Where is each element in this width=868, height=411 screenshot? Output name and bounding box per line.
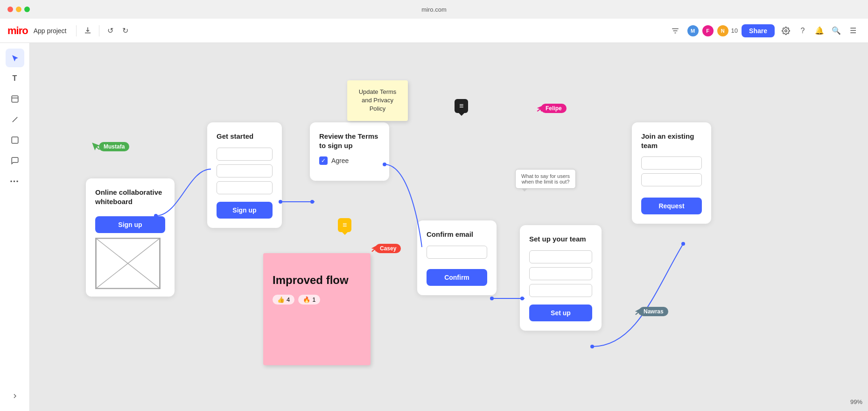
tool-select[interactable] <box>6 49 24 67</box>
sticky-update-terms[interactable]: Update Terms and Privacy Policy <box>347 80 408 121</box>
help-icon[interactable]: ? <box>795 23 810 38</box>
join-team-input-2[interactable] <box>641 173 702 186</box>
cursor-mustafa: Mustafa <box>93 141 101 152</box>
minimize-button[interactable] <box>16 7 21 12</box>
svg-line-16 <box>96 239 160 289</box>
svg-point-0 <box>785 29 787 32</box>
card-online-board-title: Online collaborative whiteboard <box>95 188 165 206</box>
notification-icon[interactable]: 🔔 <box>812 23 827 38</box>
svg-point-11 <box>490 297 494 300</box>
checkbox-agree-row: ✓ Agree <box>319 156 380 165</box>
svg-point-8 <box>310 200 314 204</box>
card-review-terms: Review the Terms to sign up ✓ Agree <box>310 122 389 181</box>
tool-sticky[interactable] <box>6 90 24 108</box>
get-started-input-1[interactable] <box>217 148 273 161</box>
get-started-input-2[interactable] <box>217 164 273 177</box>
window-controls <box>7 7 30 12</box>
redo-button[interactable]: ↻ <box>118 23 133 38</box>
reaction-1[interactable]: 👍 4 <box>273 295 294 305</box>
reaction-2-emoji: 🔥 <box>303 296 310 303</box>
svg-rect-1 <box>12 96 18 102</box>
collaborators: M F N 10 <box>686 24 738 37</box>
reaction-2[interactable]: 🔥 1 <box>298 295 320 305</box>
share-button[interactable]: Share <box>742 24 775 37</box>
tool-connector[interactable] <box>6 110 24 129</box>
setup-team-input-3[interactable] <box>529 284 592 297</box>
request-btn[interactable]: Request <box>641 198 702 214</box>
card-confirm-email-title: Confirm email <box>427 230 487 239</box>
avatar-1: M <box>686 24 700 37</box>
cursor-nawras-label: Nawras <box>639 307 668 316</box>
tool-shape[interactable] <box>6 131 24 149</box>
setup-btn[interactable]: Set up <box>529 305 592 321</box>
speech-bubble-dark: ≡ <box>455 99 468 113</box>
checkbox-agree[interactable]: ✓ <box>319 156 328 165</box>
card-review-terms-title: Review the Terms to sign up <box>319 132 380 150</box>
svg-rect-15 <box>96 239 160 289</box>
svg-line-17 <box>96 239 160 289</box>
join-team-input-1[interactable] <box>641 156 702 170</box>
nav-divider-1 <box>76 25 77 36</box>
reaction-2-count: 1 <box>312 296 315 303</box>
setup-team-input-1[interactable] <box>529 250 592 263</box>
card-online-board: Online collaborative whiteboard Sign up <box>86 178 175 297</box>
card-get-started: Get started Sign up <box>207 122 282 228</box>
card-join-team-title: Join an existing team <box>641 132 702 150</box>
setup-team-input-2[interactable] <box>529 267 592 280</box>
card-get-started-title: Get started <box>217 132 273 141</box>
zoom-indicator: 99% <box>850 398 862 405</box>
title-bar: miro.com <box>0 0 868 19</box>
close-button[interactable] <box>7 7 13 12</box>
card-online-board-image <box>95 238 161 289</box>
card-confirm-email: Confirm email Confirm <box>417 220 497 295</box>
cursor-mustafa-label: Mustafa <box>99 142 129 151</box>
svg-point-13 <box>590 345 594 348</box>
cursor-felipe: Felipe <box>536 104 543 114</box>
nav-right: M F N 10 Share ? 🔔 🔍 ☰ <box>668 23 861 38</box>
get-started-signup-btn[interactable]: Sign up <box>217 202 273 219</box>
nav-right-icons: ? 🔔 🔍 ☰ <box>778 23 861 38</box>
sticky-improved-flow-text: Improved flow <box>273 274 361 287</box>
filter-button[interactable] <box>668 23 683 38</box>
maximize-button[interactable] <box>24 7 30 12</box>
svg-point-14 <box>681 242 685 246</box>
search-icon[interactable]: 🔍 <box>829 23 844 38</box>
card-setup-team-title: Set up your team <box>529 234 592 244</box>
reaction-row: 👍 4 🔥 1 <box>273 295 361 305</box>
comment-box-limit-text: What to say for users when the limit is … <box>521 173 570 184</box>
speech-bubble-yellow: ≡ <box>338 218 351 232</box>
cursor-nawras: Nawras <box>634 307 641 317</box>
settings-icon[interactable] <box>778 23 793 38</box>
top-nav: miro App project ↺ ↻ M F N 10 Share ? 🔔 … <box>0 19 868 43</box>
comment-box-limit: What to say for users when the limit is … <box>515 169 576 189</box>
get-started-input-3[interactable] <box>217 181 273 194</box>
undo-button[interactable]: ↺ <box>103 23 118 38</box>
reaction-1-emoji: 👍 <box>277 296 285 303</box>
sticky-update-terms-text: Update Terms and Privacy Policy <box>359 88 397 112</box>
nav-divider-2 <box>99 25 99 36</box>
card-setup-team: Set up your team Set up <box>520 225 602 331</box>
tool-more[interactable]: ••• <box>6 172 24 191</box>
window-title: miro.com <box>421 6 446 13</box>
sidebar-toggle-icon[interactable]: ☰ <box>846 23 861 38</box>
sticky-improved-flow[interactable]: Improved flow 👍 4 🔥 1 <box>263 253 371 365</box>
avatar-3: N <box>716 24 729 37</box>
confirm-btn[interactable]: Confirm <box>427 269 487 286</box>
sidebar-expand-button[interactable] <box>6 387 24 405</box>
export-button[interactable] <box>80 23 95 38</box>
avatar-2: F <box>701 24 714 37</box>
svg-line-3 <box>12 117 17 122</box>
left-sidebar: T ••• <box>0 43 30 411</box>
cursor-casey: Casey <box>371 244 377 254</box>
svg-rect-4 <box>12 137 18 143</box>
checkbox-agree-label: Agree <box>331 157 349 164</box>
cursor-casey-label: Casey <box>375 244 401 253</box>
canvas: Online collaborative whiteboard Sign up … <box>30 43 868 411</box>
tool-text[interactable]: T <box>6 69 24 88</box>
collab-count: 10 <box>731 27 738 34</box>
tool-comment[interactable] <box>6 151 24 170</box>
card-online-board-signup-btn[interactable]: Sign up <box>95 216 165 233</box>
project-name[interactable]: App project <box>34 27 67 35</box>
confirm-email-input[interactable] <box>427 246 487 259</box>
card-join-team: Join an existing team Request <box>632 122 711 224</box>
